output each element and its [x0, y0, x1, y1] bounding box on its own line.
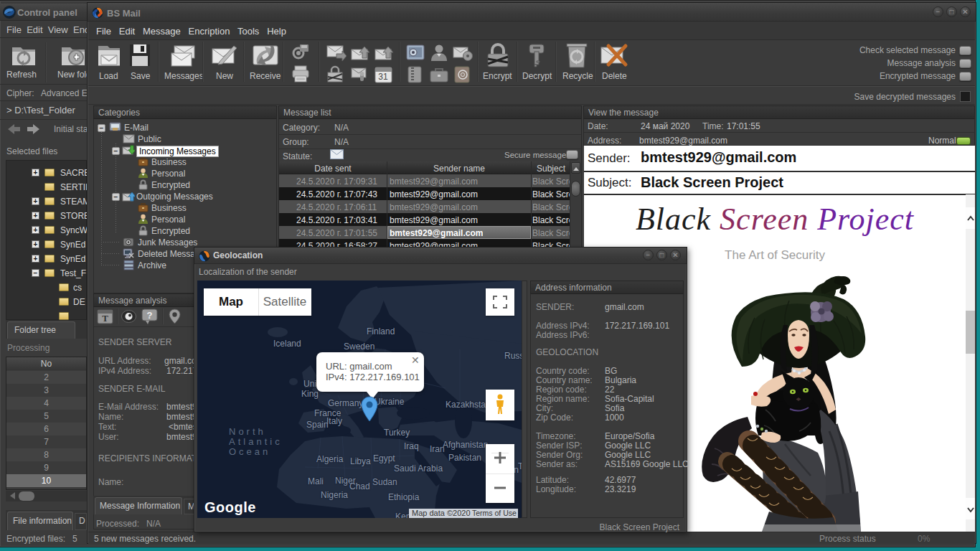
svg-text:?: ? — [147, 310, 153, 321]
svg-text:31: 31 — [378, 72, 388, 82]
svg-text:T: T — [102, 313, 108, 324]
